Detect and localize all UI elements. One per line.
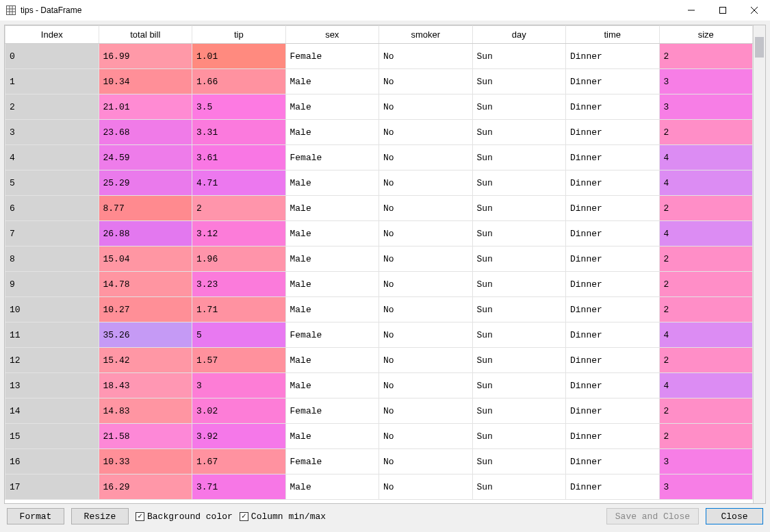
cell-day[interactable]: Sun: [472, 120, 566, 145]
cell-index[interactable]: 3: [5, 120, 99, 145]
cell-total-bill[interactable]: 10.33: [99, 449, 192, 474]
cell-size[interactable]: 4: [659, 170, 753, 196]
cell-tip[interactable]: 3.31: [192, 120, 286, 145]
cell-tip[interactable]: 1.67: [192, 449, 286, 474]
cell-index[interactable]: 12: [5, 348, 99, 373]
cell-day[interactable]: Sun: [472, 449, 566, 474]
cell-total-bill[interactable]: 23.68: [99, 120, 192, 145]
cell-day[interactable]: Sun: [472, 221, 566, 246]
cell-sex[interactable]: Male: [285, 348, 379, 373]
cell-size[interactable]: 2: [659, 272, 753, 297]
cell-day[interactable]: Sun: [472, 373, 566, 398]
cell-smoker[interactable]: No: [379, 120, 473, 145]
cell-time[interactable]: Dinner: [566, 297, 660, 322]
cell-total-bill[interactable]: 21.01: [99, 94, 192, 120]
cell-size[interactable]: 4: [659, 221, 753, 246]
cell-time[interactable]: Dinner: [566, 69, 660, 94]
cell-sex[interactable]: Female: [285, 322, 379, 348]
cell-time[interactable]: Dinner: [566, 348, 660, 373]
cell-total-bill[interactable]: 24.59: [99, 145, 192, 170]
cell-day[interactable]: Sun: [472, 145, 566, 170]
cell-smoker[interactable]: No: [379, 170, 473, 196]
column-minmax-checkbox[interactable]: ✓ Column min/max: [240, 511, 326, 522]
col-header-day[interactable]: day: [472, 26, 566, 44]
cell-time[interactable]: Dinner: [566, 145, 660, 170]
cell-tip[interactable]: 3.02: [192, 398, 286, 424]
table-row[interactable]: 221.013.5MaleNoSunDinner3: [5, 94, 753, 120]
cell-tip[interactable]: 5: [192, 322, 286, 348]
cell-smoker[interactable]: No: [379, 398, 473, 424]
cell-tip[interactable]: 3.71: [192, 474, 286, 500]
close-window-button[interactable]: [739, 0, 770, 21]
cell-day[interactable]: Sun: [472, 246, 566, 272]
cell-size[interactable]: 4: [659, 145, 753, 170]
cell-sex[interactable]: Male: [285, 69, 379, 94]
table-row[interactable]: 914.783.23MaleNoSunDinner2: [5, 272, 753, 297]
cell-smoker[interactable]: No: [379, 373, 473, 398]
cell-sex[interactable]: Female: [285, 44, 379, 69]
cell-size[interactable]: 3: [659, 449, 753, 474]
cell-sex[interactable]: Male: [285, 120, 379, 145]
cell-index[interactable]: 17: [5, 474, 99, 500]
cell-total-bill[interactable]: 21.58: [99, 424, 192, 449]
cell-index[interactable]: 1: [5, 69, 99, 94]
cell-index[interactable]: 14: [5, 398, 99, 424]
cell-sex[interactable]: Male: [285, 373, 379, 398]
cell-smoker[interactable]: No: [379, 449, 473, 474]
table-row[interactable]: 1521.583.92MaleNoSunDinner2: [5, 424, 753, 449]
cell-day[interactable]: Sun: [472, 196, 566, 221]
cell-sex[interactable]: Female: [285, 449, 379, 474]
maximize-button[interactable]: [707, 0, 739, 21]
cell-sex[interactable]: Male: [285, 94, 379, 120]
cell-size[interactable]: 3: [659, 94, 753, 120]
cell-day[interactable]: Sun: [472, 94, 566, 120]
cell-index[interactable]: 16: [5, 449, 99, 474]
cell-time[interactable]: Dinner: [566, 424, 660, 449]
cell-smoker[interactable]: No: [379, 44, 473, 69]
cell-index[interactable]: 2: [5, 94, 99, 120]
cell-total-bill[interactable]: 35.26: [99, 322, 192, 348]
cell-day[interactable]: Sun: [472, 424, 566, 449]
table-row[interactable]: 1135.265FemaleNoSunDinner4: [5, 322, 753, 348]
col-header-time[interactable]: time: [566, 26, 660, 44]
cell-time[interactable]: Dinner: [566, 474, 660, 500]
col-header-tip[interactable]: tip: [192, 26, 286, 44]
cell-size[interactable]: 2: [659, 196, 753, 221]
cell-day[interactable]: Sun: [472, 272, 566, 297]
cell-total-bill[interactable]: 15.04: [99, 246, 192, 272]
cell-index[interactable]: 4: [5, 145, 99, 170]
cell-size[interactable]: 2: [659, 398, 753, 424]
cell-sex[interactable]: Male: [285, 272, 379, 297]
cell-tip[interactable]: 3: [192, 373, 286, 398]
cell-smoker[interactable]: No: [379, 322, 473, 348]
cell-size[interactable]: 2: [659, 120, 753, 145]
cell-sex[interactable]: Male: [285, 170, 379, 196]
format-button[interactable]: Format: [7, 508, 64, 524]
cell-smoker[interactable]: No: [379, 424, 473, 449]
cell-time[interactable]: Dinner: [566, 170, 660, 196]
cell-time[interactable]: Dinner: [566, 246, 660, 272]
cell-size[interactable]: 3: [659, 69, 753, 94]
cell-size[interactable]: 3: [659, 474, 753, 500]
vertical-scrollbar[interactable]: [754, 25, 765, 503]
cell-smoker[interactable]: No: [379, 145, 473, 170]
cell-size[interactable]: 2: [659, 424, 753, 449]
table-row[interactable]: 424.593.61FemaleNoSunDinner4: [5, 145, 753, 170]
cell-sex[interactable]: Male: [285, 424, 379, 449]
cell-smoker[interactable]: No: [379, 94, 473, 120]
col-header-smoker[interactable]: smoker: [379, 26, 473, 44]
cell-total-bill[interactable]: 14.78: [99, 272, 192, 297]
cell-sex[interactable]: Male: [285, 246, 379, 272]
resize-button[interactable]: Resize: [71, 508, 129, 524]
cell-time[interactable]: Dinner: [566, 322, 660, 348]
cell-index[interactable]: 6: [5, 196, 99, 221]
cell-size[interactable]: 4: [659, 373, 753, 398]
cell-index[interactable]: 9: [5, 272, 99, 297]
cell-total-bill[interactable]: 25.29: [99, 170, 192, 196]
close-button[interactable]: Close: [706, 508, 763, 524]
scrollbar-thumb[interactable]: [755, 37, 764, 58]
cell-sex[interactable]: Female: [285, 398, 379, 424]
cell-time[interactable]: Dinner: [566, 94, 660, 120]
cell-time[interactable]: Dinner: [566, 196, 660, 221]
cell-sex[interactable]: Male: [285, 297, 379, 322]
